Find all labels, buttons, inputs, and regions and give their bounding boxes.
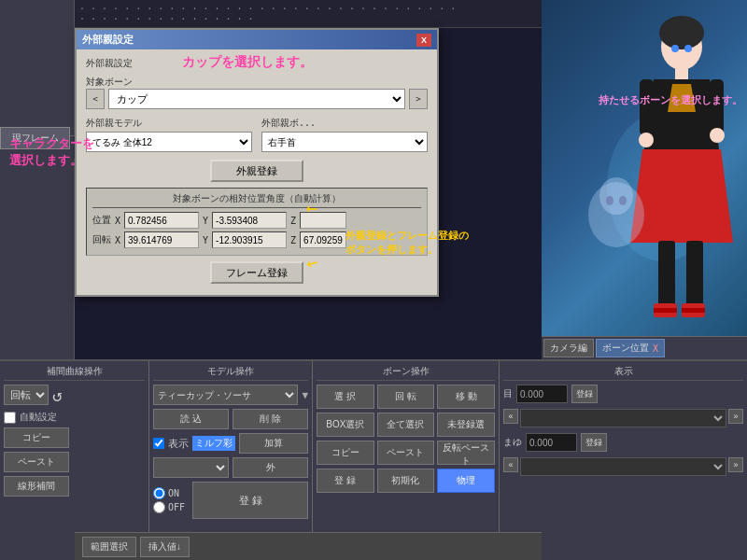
dialog-section1-label: 外部親設定 (86, 57, 133, 70)
svg-rect-7 (710, 79, 724, 135)
brow-dropdown[interactable] (520, 457, 726, 476)
rev-paste-btn[interactable]: 反転ペースト (437, 441, 495, 465)
bone-paste-btn[interactable]: ペースト (377, 441, 435, 465)
bone-nav-right[interactable]: ＞ (409, 89, 428, 109)
pos-z-label: Z (290, 216, 296, 226)
rotate-select[interactable]: 回転 (4, 385, 49, 405)
bone-reg-row: 登 録 初期化 物理 (317, 469, 495, 493)
rot-label: 回転 (92, 233, 111, 246)
init-btn[interactable]: 初期化 (377, 469, 435, 493)
eye-label: 目 (503, 387, 513, 400)
svg-rect-3 (675, 65, 688, 79)
pos-y-field[interactable] (212, 212, 287, 229)
brow-label: まゆ (503, 436, 522, 449)
timeline-dots: · · · · · · · · · · · · · · · · · · · · … (0, 0, 542, 27)
brow-row: まゆ 登録 (503, 433, 743, 452)
brow-left-arrow[interactable]: « (503, 457, 518, 472)
parent-register-btn[interactable]: 外親登録 (210, 160, 303, 182)
eye-reg-btn[interactable]: 登録 (571, 385, 598, 403)
paste-btn[interactable]: ペースト (4, 452, 69, 472)
bone-select[interactable]: カップ (108, 89, 405, 109)
eye-dropdown[interactable] (520, 409, 726, 427)
rotate-row: 回転 ↺ (4, 385, 145, 405)
insert-btn[interactable]: 挿入値↓ (140, 537, 190, 557)
dialog-external-parent: 外部親設定 X 外部親設定 対象ボーン ＜ カップ ＞ 外部親モデル てるみ 全… (75, 28, 439, 297)
on-radio[interactable] (153, 487, 165, 499)
calc-section: 対象ボーンの相対位置角度（自動計算） 位置 X Y Z 回転 X Y Z (86, 188, 428, 256)
linear-btn[interactable]: 線形補間 (4, 476, 69, 497)
svg-marker-5 (668, 84, 696, 112)
rot-y-label: Y (203, 235, 208, 245)
highlight-label: ミルフ彩 (192, 436, 235, 451)
bone-pos-tab[interactable]: ボーン位置 X (596, 339, 665, 357)
eye-input[interactable] (516, 385, 568, 403)
ext-row: 外 (153, 457, 308, 478)
bone-pos-close[interactable]: X (653, 343, 658, 354)
bone-copy-btn[interactable]: コピー (317, 441, 374, 465)
dropdown-arrow-icon: ▼ (302, 389, 308, 401)
ext-btn[interactable]: 外 (233, 457, 308, 478)
on-off-row: ON OFF 登 録 (153, 482, 308, 519)
off-radio[interactable] (153, 501, 165, 513)
pos-row: 位置 X Y Z (92, 212, 421, 229)
dialog-content: 外部親設定 対象ボーン ＜ カップ ＞ 外部親モデル てるみ 全体12 外部親ボ… (77, 49, 437, 295)
bone-reg-btn[interactable]: 登 録 (317, 469, 374, 493)
rot-x-field[interactable] (124, 231, 199, 248)
current-frame-btn[interactable]: 現フレーム (0, 127, 70, 149)
unreg-select-btn[interactable]: 未登録選 (437, 413, 495, 437)
eye-left-arrow[interactable]: « (503, 409, 518, 424)
rot-z-field[interactable] (300, 231, 346, 248)
all-select-btn[interactable]: 全て選択 (377, 413, 435, 437)
eye-right-arrow[interactable]: » (728, 409, 743, 424)
svg-point-22 (619, 196, 627, 205)
svg-point-2 (659, 16, 704, 49)
box-select-btn[interactable]: BOX選択 (317, 413, 374, 437)
move-btn[interactable]: 移 動 (437, 385, 495, 409)
rot-z-label: Z (290, 235, 296, 245)
tl-dot: · · · · · · · · · · · · · · · · · · · · … (79, 4, 462, 24)
brow-reg-btn[interactable]: 登録 (581, 433, 607, 452)
model-op-select[interactable]: ティーカップ・ソーサ (153, 385, 298, 405)
svg-point-17 (671, 45, 679, 52)
dialog-title: 外部親設定 (82, 33, 134, 47)
svg-rect-16 (682, 308, 705, 313)
pos-label: 位置 (92, 214, 111, 227)
brow-arrow-row: « » (503, 457, 743, 476)
copy-btn[interactable]: コピー (4, 427, 69, 448)
area-select-btn[interactable]: 範囲選択 (82, 537, 136, 557)
camera-tab[interactable]: カメラ編 (543, 339, 594, 357)
eye-row: 目 登録 (503, 385, 743, 403)
rot-y-field[interactable] (212, 231, 287, 248)
on-label: ON (168, 488, 179, 498)
svg-rect-15 (654, 308, 677, 313)
display-checkbox[interactable] (153, 438, 164, 449)
ext-select[interactable] (153, 457, 229, 478)
add-btn[interactable]: 加算 (239, 433, 308, 454)
brow-right-arrow[interactable]: » (728, 457, 743, 472)
dialog-section2-label: 対象ボーン (86, 77, 133, 87)
bone-value-select[interactable]: 右手首 (261, 132, 428, 152)
off-radio-item: OFF (153, 501, 185, 513)
svg-point-21 (606, 196, 613, 205)
delete-btn[interactable]: 削 除 (233, 409, 308, 429)
read-btn[interactable]: 読 込 (153, 409, 229, 429)
section3-title: ボーン操作 (317, 365, 495, 381)
model-group: 外部親モデル てるみ 全体12 (86, 117, 252, 152)
select-btn[interactable]: 選 択 (317, 385, 374, 409)
model-reg-btn[interactable]: 登 録 (192, 482, 308, 519)
brow-input[interactable] (526, 433, 577, 452)
dialog-close-btn[interactable]: X (416, 34, 431, 47)
pos-x-field[interactable] (124, 212, 199, 229)
section-display: 表示 目 登録 « » まゆ 登録 « (500, 361, 747, 560)
svg-point-20 (599, 177, 633, 215)
bottom-toolbar: 補間曲線操作 回転 ↺ 自動設定 コピー ペースト 線形補間 モデル操作 ティー… (0, 359, 747, 560)
auto-setting-checkbox[interactable] (4, 412, 16, 424)
rotate-op-btn[interactable]: 回 転 (377, 385, 435, 409)
bone-op-grid-2: BOX選択 全て選択 未登録選 (317, 413, 495, 437)
bone-nav-left[interactable]: ＜ (86, 89, 105, 109)
pos-z-field[interactable] (300, 212, 346, 229)
physics-btn[interactable]: 物理 (437, 469, 495, 493)
section4-title: 表示 (503, 365, 743, 381)
frame-register-btn[interactable]: フレーム登録 (210, 261, 303, 284)
model-select[interactable]: てるみ 全体12 (86, 132, 252, 152)
